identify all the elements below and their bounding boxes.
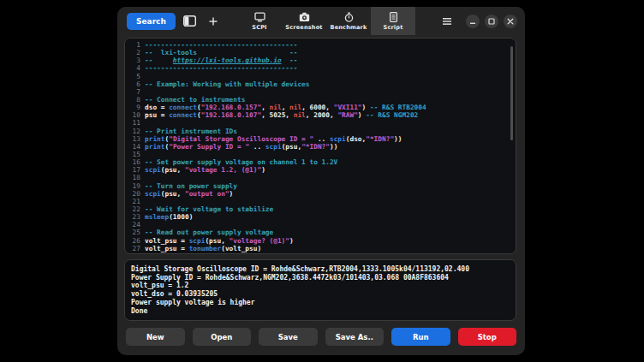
script-editor[interactable]: 1--------------------------------------2… <box>124 38 516 254</box>
hamburger-menu-icon <box>442 17 452 26</box>
output-console: Digital Storage Oscilloscope ID = Rohde&… <box>124 259 516 321</box>
sidebar-toggle-button[interactable] <box>182 13 199 30</box>
output-line: Power supply voltage is higher <box>131 299 510 307</box>
code-line: 13print("Digital Storage Oscilloscope ID… <box>125 135 516 143</box>
tab-script[interactable]: Script <box>371 7 415 35</box>
camera-icon <box>299 12 310 22</box>
desktop-background: Search <box>0 0 644 362</box>
tab-label: SCPI <box>252 24 266 31</box>
code-line: 12-- Print instrument IDs <box>125 128 516 135</box>
tab-bar: SCPI Screenshot <box>237 7 415 35</box>
output-line: Done <box>131 307 510 316</box>
code-line: 8-- Connect to instruments <box>125 96 516 104</box>
minimize-button[interactable] <box>466 15 480 28</box>
code-line: 1-------------------------------------- <box>125 41 516 49</box>
maximize-icon <box>488 18 495 25</box>
code-line: 27volt_psu = tonumber(volt_psu) <box>125 245 516 252</box>
editor-scrollbar[interactable] <box>510 46 513 140</box>
code-line: 16-- Set power supply voltage on channel… <box>125 158 516 166</box>
code-line: 25-- Read out power supply voltage <box>125 228 516 236</box>
plus-icon <box>208 16 218 27</box>
close-icon <box>507 18 514 25</box>
code-line: 18 <box>125 174 516 181</box>
sidebar-toggle-icon <box>183 15 196 27</box>
script-icon <box>388 12 399 22</box>
main-menu-button[interactable] <box>438 13 456 30</box>
tab-label: Benchmark <box>331 24 367 31</box>
code-line: 7 <box>125 88 516 96</box>
titlebar: Search <box>117 7 525 35</box>
code-line: 11 <box>125 119 516 127</box>
action-bar: New Open Save Save As.. Run Stop <box>126 328 516 346</box>
new-button[interactable]: New <box>126 328 185 346</box>
tab-label: Screenshot <box>285 24 322 31</box>
code-line: 4-------------------------------------- <box>125 64 516 72</box>
stop-button[interactable]: Stop <box>458 328 517 346</box>
new-tab-button[interactable] <box>205 13 222 30</box>
code-line: 10psu = connect("192.168.0.107", 5025, n… <box>125 111 516 119</box>
tab-benchmark[interactable]: Benchmark <box>326 7 371 35</box>
open-button[interactable]: Open <box>193 328 252 346</box>
code-line: 17scpi(psu, "voltage 1.2, (@1)") <box>125 166 516 174</box>
minimize-icon <box>469 18 476 25</box>
tab-screenshot[interactable]: Screenshot <box>282 7 326 35</box>
save-as-button[interactable]: Save As.. <box>325 328 385 346</box>
save-button[interactable]: Save <box>259 328 318 346</box>
run-button[interactable]: Run <box>391 328 450 346</box>
output-line: volt_dso = 0.03935205 <box>131 290 510 299</box>
code-line: 6-- Example: Working with multiple devic… <box>125 80 516 88</box>
code-line: 26volt_psu = scpi(psu, "voltage? (@1)") <box>125 237 516 245</box>
code-line: 19-- Turn on power supply <box>125 182 516 190</box>
output-line: Power Supply ID = Rohde&Schwarz,NGM202,3… <box>131 274 510 282</box>
code-line: 20scpi(psu, "output on") <box>125 190 516 198</box>
code-lines: 1--------------------------------------2… <box>125 39 516 252</box>
search-button[interactable]: Search <box>127 13 176 30</box>
code-line: 23msleep(1000) <box>125 213 516 221</box>
code-line: 9dso = connect("192.168.0.157", nil, nil… <box>125 104 516 111</box>
code-line: 2-- lxi-tools -- <box>125 49 516 56</box>
close-button[interactable] <box>504 15 517 28</box>
tab-scpi[interactable]: SCPI <box>237 7 282 35</box>
maximize-button[interactable] <box>485 15 498 28</box>
output-line: Digital Storage Oscilloscope ID = Rohde&… <box>131 265 510 274</box>
stopwatch-icon <box>343 12 355 22</box>
code-line: 3-- https://lxi-tools.github.io -- <box>125 56 516 64</box>
output-line: volt_psu = 1.2 <box>131 282 510 290</box>
lxi-tools-window: Search <box>117 7 525 355</box>
display-icon <box>254 12 265 22</box>
code-line: 24 <box>125 221 516 228</box>
code-line: 21 <box>125 198 516 205</box>
code-line: 14print("Power Supply ID = " .. scpi(psu… <box>125 143 516 151</box>
code-line: 5 <box>125 73 516 80</box>
tab-label: Script <box>384 24 403 31</box>
code-line: 15 <box>125 151 516 158</box>
code-line: 22-- Wait for voltage to stabilize <box>125 205 516 213</box>
